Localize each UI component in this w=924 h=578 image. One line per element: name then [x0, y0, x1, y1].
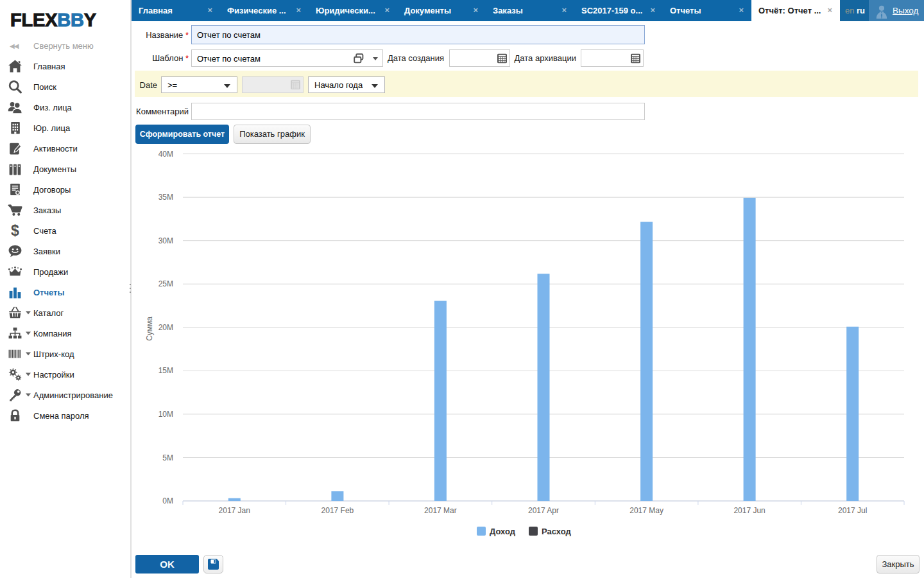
- svg-text:Сумма: Сумма: [145, 317, 154, 341]
- svg-text:10M: 10M: [158, 410, 173, 419]
- svg-text:15M: 15M: [158, 366, 173, 375]
- svg-text:35M: 35M: [158, 193, 173, 202]
- svg-text:5M: 5M: [162, 453, 173, 462]
- svg-text:Доход: Доход: [490, 527, 516, 536]
- svg-text:$: $: [11, 223, 19, 238]
- svg-text:30M: 30M: [158, 236, 173, 245]
- svg-text:2017 Mar: 2017 Mar: [424, 506, 457, 515]
- svg-text:25M: 25M: [158, 279, 173, 288]
- svg-text:2017 Jun: 2017 Jun: [733, 506, 765, 515]
- svg-text:40M: 40M: [158, 150, 173, 159]
- svg-text:2017 May: 2017 May: [629, 506, 663, 515]
- svg-text:0M: 0M: [162, 496, 173, 505]
- svg-text:Расход: Расход: [542, 527, 571, 536]
- svg-text:2017 Apr: 2017 Apr: [528, 506, 559, 515]
- svg-text:2017 Jul: 2017 Jul: [838, 506, 867, 515]
- svg-text:2017 Jan: 2017 Jan: [219, 506, 250, 515]
- svg-text:2017 Feb: 2017 Feb: [321, 506, 354, 515]
- svg-text:20M: 20M: [158, 323, 173, 332]
